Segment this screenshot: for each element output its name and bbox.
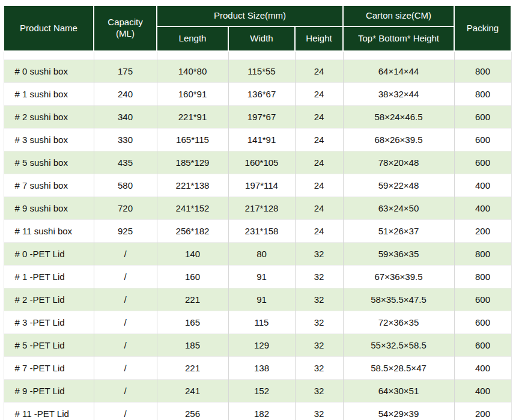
col-header-height: Height	[295, 26, 343, 51]
cell-height: 24	[295, 220, 343, 243]
cell-name: # 5 sushi box	[4, 151, 94, 174]
cell-length: 160*91	[157, 83, 228, 106]
cell-capacity: /	[94, 311, 157, 334]
header-body-spacer-row	[4, 51, 511, 60]
cell-capacity: 435	[94, 151, 157, 174]
cell-length: 221	[157, 357, 228, 380]
cell-name: # 5 -PET Lid	[4, 334, 94, 357]
cell-capacity: /	[94, 380, 157, 403]
cell-capacity: /	[94, 288, 157, 311]
cell-carton: 59×36×35	[343, 243, 454, 266]
cell-width: 136*67	[228, 83, 295, 106]
cell-length: 221*91	[157, 106, 228, 129]
cell-length: 185*129	[157, 151, 228, 174]
cell-packing: 600	[454, 288, 511, 311]
cell-capacity: /	[94, 334, 157, 357]
cell-width: 91	[228, 288, 295, 311]
table-body: # 0 sushi box175140*80115*552464×14×4480…	[4, 51, 511, 420]
cell-height: 32	[295, 380, 343, 403]
cell-length: 160	[157, 266, 228, 288]
table-row: # 1 -PET Lid/160913267×36×39.5800	[4, 266, 511, 288]
table-row: # 9 -PET Lid/2411523264×30×51400	[4, 380, 511, 403]
cell-width: 197*67	[228, 106, 295, 129]
spacer-cell	[94, 51, 157, 60]
cell-width: 129	[228, 334, 295, 357]
cell-capacity: /	[94, 243, 157, 266]
cell-capacity: 925	[94, 220, 157, 243]
cell-height: 24	[295, 60, 343, 83]
cell-height: 32	[295, 266, 343, 288]
table-row: # 3 sushi box330165*115141*912468×26×39.…	[4, 129, 511, 151]
cell-height: 32	[295, 403, 343, 420]
cell-capacity: /	[94, 266, 157, 288]
cell-length: 165	[157, 311, 228, 334]
cell-name: # 7 sushi box	[4, 174, 94, 197]
cell-name: # 2 -PET Lid	[4, 288, 94, 311]
cell-width: 152	[228, 380, 295, 403]
cell-carton: 51×26×37	[343, 220, 454, 243]
cell-carton: 58.5×28.5×47	[343, 357, 454, 380]
cell-packing: 800	[454, 60, 511, 83]
cell-name: # 9 -PET Lid	[4, 380, 94, 403]
cell-name: # 7 -PET Lid	[4, 357, 94, 380]
cell-height: 24	[295, 129, 343, 151]
cell-length: 140*80	[157, 60, 228, 83]
spacer-cell	[343, 51, 454, 60]
cell-width: 91	[228, 266, 295, 288]
cell-name: # 9 sushi box	[4, 197, 94, 220]
cell-height: 32	[295, 334, 343, 357]
cell-packing: 600	[454, 311, 511, 334]
cell-packing: 400	[454, 174, 511, 197]
spacer-cell	[295, 51, 343, 60]
cell-width: 197*114	[228, 174, 295, 197]
cell-carton: 63×24×50	[343, 197, 454, 220]
col-header-length: Length	[157, 26, 228, 51]
col-header-width: Width	[228, 26, 295, 51]
cell-carton: 58×24×46.5	[343, 106, 454, 129]
cell-packing: 800	[454, 83, 511, 106]
cell-name: # 0 sushi box	[4, 60, 94, 83]
cell-capacity: 240	[94, 83, 157, 106]
cell-width: 141*91	[228, 129, 295, 151]
cell-length: 221	[157, 288, 228, 311]
cell-carton: 67×36×39.5	[343, 266, 454, 288]
table-row: # 11 sushi box925256*182231*1582451×26×3…	[4, 220, 511, 243]
spacer-cell	[157, 51, 228, 60]
cell-carton: 38×32×44	[343, 83, 454, 106]
cell-name: # 2 sushi box	[4, 106, 94, 129]
cell-length: 256	[157, 403, 228, 420]
cell-capacity: /	[94, 357, 157, 380]
cell-height: 32	[295, 243, 343, 266]
table-row: # 7 -PET Lid/2211383258.5×28.5×47400	[4, 357, 511, 380]
cell-packing: 400	[454, 357, 511, 380]
table-row: # 0 -PET Lid/140803259×36×35800	[4, 243, 511, 266]
cell-height: 32	[295, 311, 343, 334]
cell-height: 24	[295, 174, 343, 197]
cell-capacity: 720	[94, 197, 157, 220]
col-header-product-name: Product Name	[4, 5, 94, 51]
cell-capacity: 175	[94, 60, 157, 83]
cell-height: 24	[295, 197, 343, 220]
table-row: # 0 sushi box175140*80115*552464×14×4480…	[4, 60, 511, 83]
table-row: # 1 sushi box240160*91136*672438×32×4480…	[4, 83, 511, 106]
cell-name: # 1 sushi box	[4, 83, 94, 106]
cell-width: 115*55	[228, 60, 295, 83]
cell-carton: 72×36×35	[343, 311, 454, 334]
cell-length: 241*152	[157, 197, 228, 220]
cell-length: 256*182	[157, 220, 228, 243]
cell-packing: 600	[454, 151, 511, 174]
cell-carton: 64×30×51	[343, 380, 454, 403]
cell-width: 160*105	[228, 151, 295, 174]
cell-carton: 78×20×48	[343, 151, 454, 174]
table-row: # 5 sushi box435185*129160*1052478×20×48…	[4, 151, 511, 174]
product-spec-table: Product Name Capacity (ML) Product Size(…	[3, 5, 512, 420]
cell-capacity: 580	[94, 174, 157, 197]
cell-height: 32	[295, 288, 343, 311]
cell-packing: 600	[454, 334, 511, 357]
spacer-cell	[4, 51, 94, 60]
table-row: # 2 sushi box340221*91197*672458×24×46.5…	[4, 106, 511, 129]
cell-packing: 400	[454, 197, 511, 220]
cell-height: 24	[295, 106, 343, 129]
spacer-cell	[454, 51, 511, 60]
col-header-carton-sub: Top* Bottom* Height	[343, 26, 454, 51]
